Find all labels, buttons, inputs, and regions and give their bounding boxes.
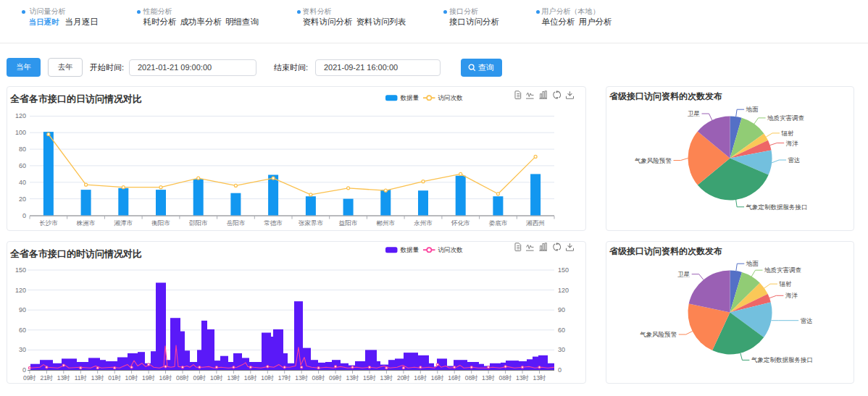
svg-text:90: 90 xyxy=(19,306,26,313)
svg-text:气象风险预警: 气象风险预警 xyxy=(640,331,677,338)
svg-text:16时: 16时 xyxy=(431,374,444,382)
svg-text:11时: 11时 xyxy=(75,374,87,382)
svg-text:永州市: 永州市 xyxy=(414,219,433,227)
svg-text:13时: 13时 xyxy=(227,374,240,382)
svg-text:数据量: 数据量 xyxy=(401,94,420,101)
svg-text:13时: 13时 xyxy=(516,374,529,382)
svg-text:13时: 13时 xyxy=(380,374,393,382)
svg-text:16时: 16时 xyxy=(159,374,172,382)
svg-text:120: 120 xyxy=(15,287,26,294)
svg-text:10时: 10时 xyxy=(210,374,223,382)
svg-text:100: 100 xyxy=(15,129,26,136)
svg-text:雷达: 雷达 xyxy=(788,156,801,164)
svg-text:海洋: 海洋 xyxy=(785,292,798,299)
svg-text:80: 80 xyxy=(19,146,26,153)
svg-text:海洋: 海洋 xyxy=(786,140,799,147)
svg-text:怀化市: 怀化市 xyxy=(451,219,470,227)
svg-text:20: 20 xyxy=(19,195,26,203)
svg-text:13时: 13时 xyxy=(346,374,359,382)
svg-text:辐射: 辐射 xyxy=(779,280,793,287)
svg-text:21时: 21时 xyxy=(40,374,53,382)
svg-text:地质灾害调查: 地质灾害调查 xyxy=(764,266,802,274)
svg-text:常德市: 常德市 xyxy=(264,219,283,227)
svg-text:40: 40 xyxy=(19,179,26,186)
svg-text:08时: 08时 xyxy=(499,374,512,382)
svg-text:16时: 16时 xyxy=(448,374,461,382)
svg-text:10时: 10时 xyxy=(261,374,274,382)
svg-text:60: 60 xyxy=(19,327,26,334)
svg-text:60: 60 xyxy=(558,327,565,334)
svg-text:湘潭市: 湘潭市 xyxy=(114,219,133,227)
svg-text:13时: 13时 xyxy=(91,374,104,382)
svg-text:气象定制数据服务接口: 气象定制数据服务接口 xyxy=(751,356,813,363)
svg-text:60: 60 xyxy=(19,162,26,169)
svg-text:30: 30 xyxy=(19,346,26,353)
svg-text:13时: 13时 xyxy=(482,374,495,382)
svg-text:09时: 09时 xyxy=(329,374,342,382)
svg-text:雷达: 雷达 xyxy=(801,317,813,324)
svg-text:邵阳市: 邵阳市 xyxy=(189,219,208,227)
svg-text:13时: 13时 xyxy=(57,374,70,382)
svg-text:08时: 08时 xyxy=(312,374,325,382)
svg-text:01时: 01时 xyxy=(108,374,121,382)
svg-text:08时: 08时 xyxy=(176,374,189,382)
svg-text:09时: 09时 xyxy=(193,374,206,382)
svg-text:卫星: 卫星 xyxy=(677,271,690,278)
svg-text:0: 0 xyxy=(22,212,26,219)
svg-text:地质灾害调查: 地质灾害调查 xyxy=(767,114,805,122)
svg-text:08时: 08时 xyxy=(465,374,478,382)
svg-text:岳阳市: 岳阳市 xyxy=(227,219,246,227)
svg-text:卫星: 卫星 xyxy=(688,110,701,117)
svg-text:张家界市: 张家界市 xyxy=(299,219,324,227)
svg-text:地面: 地面 xyxy=(746,260,759,267)
svg-text:16时: 16时 xyxy=(414,374,427,382)
svg-text:湘西州: 湘西州 xyxy=(525,219,545,227)
svg-text:株洲市: 株洲市 xyxy=(76,219,96,227)
svg-text:0: 0 xyxy=(558,366,562,374)
svg-text:19时: 19时 xyxy=(142,374,155,382)
svg-text:益阳市: 益阳市 xyxy=(339,219,358,227)
svg-text:气象定制数据服务接口: 气象定制数据服务接口 xyxy=(746,203,808,211)
svg-text:娄底市: 娄底市 xyxy=(489,219,508,227)
svg-text:访问次数: 访问次数 xyxy=(438,246,464,253)
svg-text:120: 120 xyxy=(15,112,26,119)
svg-text:17时: 17时 xyxy=(278,374,291,382)
svg-text:衡阳市: 衡阳市 xyxy=(151,219,170,227)
svg-text:20时: 20时 xyxy=(397,374,410,382)
svg-text:150: 150 xyxy=(15,266,26,274)
svg-text:数据量: 数据量 xyxy=(401,246,420,253)
svg-text:0: 0 xyxy=(22,366,26,374)
svg-text:访问次数: 访问次数 xyxy=(438,94,464,101)
svg-text:辐射: 辐射 xyxy=(781,130,795,137)
svg-text:15时: 15时 xyxy=(363,374,376,382)
svg-text:长沙市: 长沙市 xyxy=(39,219,58,227)
svg-text:13时: 13时 xyxy=(533,374,546,382)
svg-text:气象风险预警: 气象风险预警 xyxy=(635,157,672,164)
svg-text:郴州市: 郴州市 xyxy=(377,219,396,227)
svg-text:10时: 10时 xyxy=(125,374,138,382)
svg-text:地面: 地面 xyxy=(746,106,759,113)
svg-text:150: 150 xyxy=(558,266,569,274)
svg-text:16时: 16时 xyxy=(244,374,257,382)
svg-text:13时: 13时 xyxy=(295,374,308,382)
svg-text:90: 90 xyxy=(558,306,565,313)
svg-text:120: 120 xyxy=(558,287,569,294)
svg-text:30: 30 xyxy=(558,346,565,353)
svg-text:09时: 09时 xyxy=(23,374,36,382)
